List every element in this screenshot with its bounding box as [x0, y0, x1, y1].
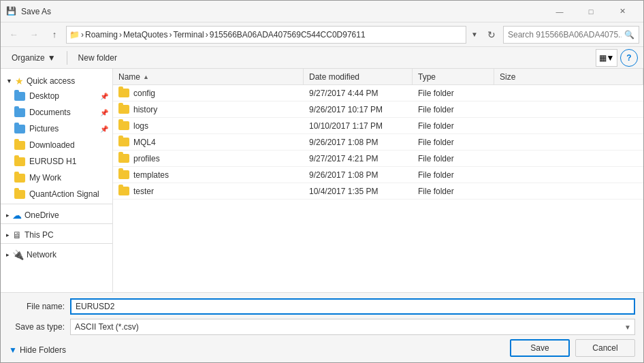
pin-icon: 📌: [100, 93, 108, 100]
breadcrumb-roaming: Roaming: [85, 30, 118, 40]
file-type: File folder: [418, 154, 454, 163]
quantaction-folder-icon: [14, 190, 25, 199]
save-button[interactable]: Save: [510, 339, 570, 357]
file-cell-size: [494, 134, 643, 150]
sidebar-item-eurusd[interactable]: EURUSD H1: [1, 153, 112, 170]
close-button[interactable]: ✕: [607, 1, 638, 22]
organize-button[interactable]: Organize ▼: [6, 50, 61, 66]
sidebar-item-documents[interactable]: Documents 📌: [1, 104, 112, 121]
col-type-label: Type: [418, 72, 436, 82]
sidebar-item-label: Downloaded: [29, 140, 75, 150]
sidebar-item-label: Desktop: [29, 91, 59, 101]
savetype-row: Save as type: ASCII Text (*.csv) ▼: [9, 319, 635, 335]
desktop-folder-icon: [14, 92, 25, 101]
sidebar-item-downloaded[interactable]: Downloaded: [1, 137, 112, 153]
sidebar-item-pictures[interactable]: Pictures 📌: [1, 121, 112, 137]
file-cell-size: [494, 85, 643, 101]
sidebar-item-desktop[interactable]: Desktop 📌: [1, 88, 112, 104]
col-header-date[interactable]: Date modified: [304, 69, 413, 84]
breadcrumb-id: 915566BA06ADA407569C544CC0D97611: [210, 30, 366, 40]
table-row[interactable]: history 9/26/2017 10:17 PM File folder: [113, 101, 643, 118]
up-button[interactable]: ↑: [46, 26, 63, 44]
hide-folders-label: Hide Folders: [20, 345, 66, 355]
file-cell-name: logs: [113, 118, 304, 133]
address-bar: ← → ↑ 📁 › Roaming › MetaQuotes › Termina…: [1, 22, 643, 47]
organize-label: Organize: [12, 53, 45, 63]
folder-icon: [118, 105, 129, 114]
file-cell-name: history: [113, 101, 304, 117]
file-type: File folder: [418, 138, 454, 147]
file-cell-name: config: [113, 85, 304, 101]
table-row[interactable]: profiles 9/27/2017 4:21 PM File folder: [113, 151, 643, 167]
search-input[interactable]: [508, 30, 622, 40]
file-name: config: [133, 89, 155, 98]
cancel-button[interactable]: Cancel: [575, 339, 635, 357]
hide-folders-chevron-icon: ▼: [9, 345, 17, 355]
documents-folder-icon: [14, 108, 25, 117]
file-cell-type: File folder: [413, 85, 494, 101]
sort-arrow-icon: ▲: [143, 74, 149, 80]
col-header-size[interactable]: Size: [494, 69, 643, 84]
view-icon: ▦: [599, 53, 607, 63]
view-button[interactable]: ▦▼: [596, 49, 617, 67]
file-list: Name ▲ Date modified Type Size config: [113, 69, 643, 292]
breadcrumb-segment: 📁 › Roaming › MetaQuotes › Terminal › 91…: [69, 30, 366, 40]
table-row[interactable]: config 9/27/2017 4:44 PM File folder: [113, 85, 643, 101]
table-row[interactable]: tester 10/4/2017 1:35 PM File folder: [113, 183, 643, 200]
savetype-select[interactable]: ASCII Text (*.csv): [70, 319, 635, 335]
sidebar-item-quantaction[interactable]: QuantAction Signal: [1, 186, 112, 202]
breadcrumb-dropdown-button[interactable]: ▼: [469, 26, 480, 44]
cancel-button-label: Cancel: [592, 343, 617, 353]
minimize-button[interactable]: —: [544, 1, 575, 22]
save-button-label: Save: [530, 343, 549, 353]
file-date: 10/4/2017 1:35 PM: [309, 187, 378, 196]
title-controls: — □ ✕: [544, 1, 638, 22]
forward-button[interactable]: →: [25, 26, 43, 44]
back-button[interactable]: ←: [5, 26, 22, 44]
breadcrumb[interactable]: 📁 › Roaming › MetaQuotes › Terminal › 91…: [66, 26, 466, 44]
file-cell-size: [494, 151, 643, 166]
onedrive-item[interactable]: ▸ ☁ OneDrive: [1, 206, 112, 222]
sidebar: ▼ ★ Quick access Desktop 📌 Documents 📌 P…: [1, 69, 113, 292]
new-folder-button[interactable]: New folder: [73, 50, 123, 66]
sidebar-item-label: Documents: [29, 108, 71, 117]
file-name: templates: [133, 170, 169, 180]
file-cell-name: MQL4: [113, 134, 304, 150]
table-row[interactable]: logs 10/10/2017 1:17 PM File folder: [113, 118, 643, 134]
thispc-item[interactable]: ▸ 🖥 This PC: [1, 225, 112, 242]
hide-folders-toggle[interactable]: ▼ Hide Folders: [9, 345, 66, 355]
refresh-button[interactable]: ↻: [483, 26, 500, 44]
table-row[interactable]: MQL4 9/26/2017 1:08 PM File folder: [113, 134, 643, 151]
filename-label: File name:: [9, 302, 70, 311]
col-header-name[interactable]: Name ▲: [113, 69, 304, 84]
file-name: history: [133, 105, 157, 114]
sidebar-item-mywork[interactable]: My Work: [1, 170, 112, 186]
folder-icon: [118, 89, 129, 97]
folder-icon: [118, 187, 129, 195]
file-cell-type: File folder: [413, 118, 494, 133]
network-icon: 🔌: [12, 249, 24, 260]
file-date: 9/26/2017 1:08 PM: [309, 170, 378, 180]
file-cell-date: 9/27/2017 4:21 PM: [304, 151, 413, 166]
quick-access-header[interactable]: ▼ ★ Quick access: [1, 72, 112, 88]
maximize-button[interactable]: □: [575, 1, 607, 22]
col-size-label: Size: [500, 72, 515, 82]
file-cell-size: [494, 183, 643, 199]
toolbar-separator: [67, 51, 67, 65]
file-date: 9/26/2017 10:17 PM: [309, 105, 383, 114]
file-cell-name: tester: [113, 183, 304, 199]
toolbar: Organize ▼ New folder ▦▼ ?: [1, 47, 643, 69]
table-row[interactable]: templates 9/26/2017 1:08 PM File folder: [113, 167, 643, 183]
help-button[interactable]: ?: [620, 49, 638, 67]
col-header-type[interactable]: Type: [413, 69, 494, 84]
pin-icon: 📌: [100, 125, 108, 133]
file-cell-date: 9/26/2017 1:08 PM: [304, 134, 413, 150]
mywork-folder-icon: [14, 174, 25, 183]
file-rows-container: config 9/27/2017 4:44 PM File folder his…: [113, 85, 643, 200]
col-name-label: Name: [118, 72, 140, 82]
organize-chevron-icon: ▼: [48, 53, 56, 63]
filename-input[interactable]: [70, 298, 635, 315]
file-name: MQL4: [133, 138, 156, 147]
file-type: File folder: [418, 187, 454, 196]
network-item[interactable]: ▸ 🔌 Network: [1, 245, 112, 262]
